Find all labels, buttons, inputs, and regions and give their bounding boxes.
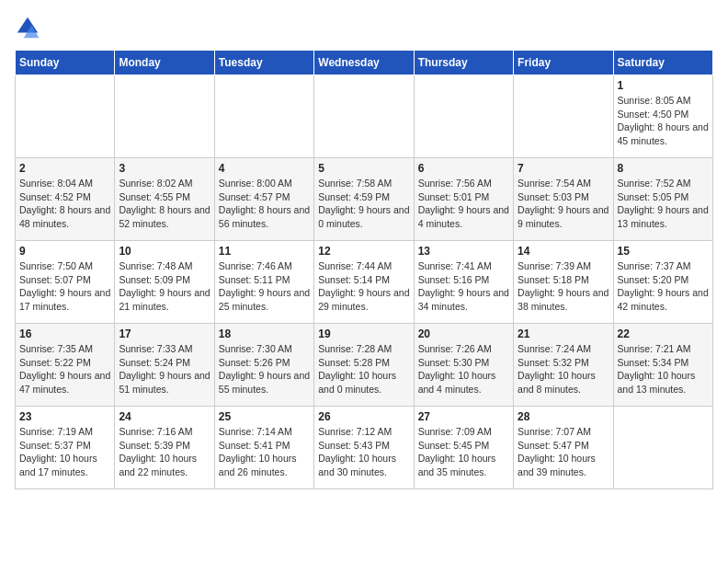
calendar-cell: 14Sunrise: 7:39 AM Sunset: 5:18 PM Dayli… [514,241,613,324]
day-info: Sunrise: 8:00 AM Sunset: 4:57 PM Dayligh… [219,177,310,231]
calendar-cell [16,75,115,158]
day-header-wednesday: Wednesday [314,51,414,75]
day-number: 5 [318,162,409,175]
day-header-thursday: Thursday [414,51,513,75]
calendar-cell [115,75,214,158]
day-number: 22 [618,327,709,340]
day-info: Sunrise: 7:09 AM Sunset: 5:45 PM Dayligh… [418,425,509,479]
day-number: 28 [518,410,609,423]
day-number: 26 [318,410,409,423]
day-number: 2 [19,162,110,175]
calendar-cell [314,75,414,158]
calendar-cell: 24Sunrise: 7:16 AM Sunset: 5:39 PM Dayli… [115,407,214,489]
calendar-cell: 21Sunrise: 7:24 AM Sunset: 5:32 PM Dayli… [514,324,613,407]
day-info: Sunrise: 7:58 AM Sunset: 4:59 PM Dayligh… [318,177,409,231]
day-number: 21 [518,327,609,340]
logo [15,15,44,40]
day-info: Sunrise: 7:26 AM Sunset: 5:30 PM Dayligh… [418,342,509,396]
day-info: Sunrise: 7:07 AM Sunset: 5:47 PM Dayligh… [518,425,609,479]
day-info: Sunrise: 7:50 AM Sunset: 5:07 PM Dayligh… [19,259,110,314]
calendar-cell: 2Sunrise: 8:04 AM Sunset: 4:52 PM Daylig… [16,158,115,241]
calendar-cell: 6Sunrise: 7:56 AM Sunset: 5:01 PM Daylig… [414,158,513,241]
calendar-cell: 8Sunrise: 7:52 AM Sunset: 5:05 PM Daylig… [613,158,712,241]
calendar-cell [613,407,712,489]
day-number: 17 [119,327,210,340]
calendar-cell: 16Sunrise: 7:35 AM Sunset: 5:22 PM Dayli… [16,324,115,407]
day-number: 12 [318,245,409,258]
calendar-cell: 10Sunrise: 7:48 AM Sunset: 5:09 PM Dayli… [115,241,214,324]
day-info: Sunrise: 7:30 AM Sunset: 5:26 PM Dayligh… [219,342,310,396]
week-row-4: 16Sunrise: 7:35 AM Sunset: 5:22 PM Dayli… [16,324,713,407]
day-info: Sunrise: 7:39 AM Sunset: 5:18 PM Dayligh… [518,259,609,314]
day-number: 25 [219,410,310,423]
calendar-cell: 23Sunrise: 7:19 AM Sunset: 5:37 PM Dayli… [16,407,115,489]
day-number: 20 [418,327,509,340]
calendar-cell: 1Sunrise: 8:05 AM Sunset: 4:50 PM Daylig… [613,75,712,158]
calendar-cell: 12Sunrise: 7:44 AM Sunset: 5:14 PM Dayli… [314,241,414,324]
page-header [15,15,713,40]
day-info: Sunrise: 7:56 AM Sunset: 5:01 PM Dayligh… [418,177,509,231]
day-info: Sunrise: 8:05 AM Sunset: 4:50 PM Dayligh… [618,94,709,148]
calendar-cell: 13Sunrise: 7:41 AM Sunset: 5:16 PM Dayli… [414,241,513,324]
day-info: Sunrise: 7:21 AM Sunset: 5:34 PM Dayligh… [618,342,709,396]
day-header-sunday: Sunday [16,51,115,75]
day-number: 24 [119,410,210,423]
calendar-cell: 26Sunrise: 7:12 AM Sunset: 5:43 PM Dayli… [314,407,414,489]
day-info: Sunrise: 7:14 AM Sunset: 5:41 PM Dayligh… [219,425,310,479]
calendar-cell: 11Sunrise: 7:46 AM Sunset: 5:11 PM Dayli… [214,241,313,324]
day-number: 15 [618,245,709,258]
day-info: Sunrise: 7:48 AM Sunset: 5:09 PM Dayligh… [119,259,210,314]
day-info: Sunrise: 7:28 AM Sunset: 5:28 PM Dayligh… [318,342,409,396]
day-number: 27 [418,410,509,423]
calendar-header-row: SundayMondayTuesdayWednesdayThursdayFrid… [16,51,713,75]
day-info: Sunrise: 7:19 AM Sunset: 5:37 PM Dayligh… [19,425,110,479]
calendar-cell: 20Sunrise: 7:26 AM Sunset: 5:30 PM Dayli… [414,324,513,407]
calendar-cell: 5Sunrise: 7:58 AM Sunset: 4:59 PM Daylig… [314,158,414,241]
day-number: 18 [219,327,310,340]
calendar-cell: 4Sunrise: 8:00 AM Sunset: 4:57 PM Daylig… [214,158,313,241]
day-number: 23 [19,410,110,423]
day-info: Sunrise: 7:24 AM Sunset: 5:32 PM Dayligh… [518,342,609,396]
calendar-cell: 22Sunrise: 7:21 AM Sunset: 5:34 PM Dayli… [613,324,712,407]
calendar-cell: 18Sunrise: 7:30 AM Sunset: 5:26 PM Dayli… [214,324,313,407]
day-number: 16 [19,327,110,340]
day-number: 10 [119,245,210,258]
day-info: Sunrise: 8:02 AM Sunset: 4:55 PM Dayligh… [119,177,210,231]
day-info: Sunrise: 7:44 AM Sunset: 5:14 PM Dayligh… [318,259,409,314]
day-info: Sunrise: 7:33 AM Sunset: 5:24 PM Dayligh… [119,342,210,396]
calendar-cell: 3Sunrise: 8:02 AM Sunset: 4:55 PM Daylig… [115,158,214,241]
week-row-1: 1Sunrise: 8:05 AM Sunset: 4:50 PM Daylig… [16,75,713,158]
day-info: Sunrise: 7:16 AM Sunset: 5:39 PM Dayligh… [119,425,210,479]
day-number: 11 [219,245,310,258]
day-number: 8 [618,162,709,175]
day-number: 7 [518,162,609,175]
day-number: 13 [418,245,509,258]
week-row-2: 2Sunrise: 8:04 AM Sunset: 4:52 PM Daylig… [16,158,713,241]
svg-marker-0 [17,17,38,33]
day-number: 1 [618,79,709,92]
day-info: Sunrise: 7:46 AM Sunset: 5:11 PM Dayligh… [219,259,310,314]
day-header-saturday: Saturday [613,51,712,75]
day-header-tuesday: Tuesday [214,51,313,75]
calendar-cell: 19Sunrise: 7:28 AM Sunset: 5:28 PM Dayli… [314,324,414,407]
day-number: 19 [318,327,409,340]
day-info: Sunrise: 7:35 AM Sunset: 5:22 PM Dayligh… [19,342,110,396]
calendar-table: SundayMondayTuesdayWednesdayThursdayFrid… [15,50,713,489]
day-info: Sunrise: 7:37 AM Sunset: 5:20 PM Dayligh… [618,259,709,314]
day-info: Sunrise: 7:54 AM Sunset: 5:03 PM Dayligh… [518,177,609,231]
day-number: 14 [518,245,609,258]
week-row-5: 23Sunrise: 7:19 AM Sunset: 5:37 PM Dayli… [16,407,713,489]
day-info: Sunrise: 8:04 AM Sunset: 4:52 PM Dayligh… [19,177,110,231]
logo-icon [15,15,40,40]
calendar-cell [214,75,313,158]
calendar-cell: 7Sunrise: 7:54 AM Sunset: 5:03 PM Daylig… [514,158,613,241]
day-number: 6 [418,162,509,175]
calendar-cell: 27Sunrise: 7:09 AM Sunset: 5:45 PM Dayli… [414,407,513,489]
calendar-cell: 9Sunrise: 7:50 AM Sunset: 5:07 PM Daylig… [16,241,115,324]
day-info: Sunrise: 7:41 AM Sunset: 5:16 PM Dayligh… [418,259,509,314]
week-row-3: 9Sunrise: 7:50 AM Sunset: 5:07 PM Daylig… [16,241,713,324]
calendar-cell: 17Sunrise: 7:33 AM Sunset: 5:24 PM Dayli… [115,324,214,407]
day-number: 9 [19,245,110,258]
calendar-cell: 28Sunrise: 7:07 AM Sunset: 5:47 PM Dayli… [514,407,613,489]
calendar-cell: 15Sunrise: 7:37 AM Sunset: 5:20 PM Dayli… [613,241,712,324]
